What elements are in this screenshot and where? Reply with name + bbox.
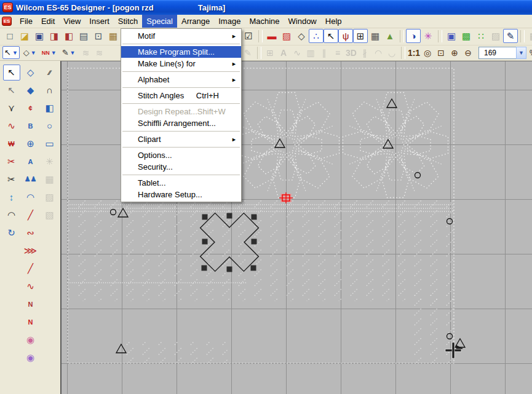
- rectangle-tool[interactable]: ▭: [41, 136, 58, 152]
- menubar-item-arrange[interactable]: Arrange: [177, 15, 214, 28]
- overview-table-button[interactable]: ▦: [368, 29, 383, 43]
- parallel-lines-tool[interactable]: ∕∕: [41, 65, 58, 81]
- selection-handle[interactable]: [227, 213, 232, 219]
- scissors-needle-tool[interactable]: ✂: [3, 171, 20, 187]
- circle-star-stitch-tool[interactable]: ◉: [22, 332, 39, 348]
- single-run-tool[interactable]: ╱: [22, 261, 39, 277]
- chain-stitch-tool[interactable]: ∾: [22, 225, 39, 241]
- flower-image-button[interactable]: ✳: [421, 29, 435, 43]
- underlay-stitch-tool[interactable]: ₩: [3, 136, 20, 152]
- auto-select-checkbox[interactable]: ☑: [241, 29, 256, 43]
- menubar-item-machine[interactable]: Machine: [245, 15, 284, 28]
- new-design-button[interactable]: □: [2, 29, 17, 43]
- menubar-item-view[interactable]: View: [59, 15, 85, 28]
- dashed-run-tool[interactable]: ╱: [22, 207, 39, 223]
- fan-shape-tool[interactable]: ◠: [3, 207, 20, 223]
- menu-item-stitch-angles[interactable]: Stitch AnglesCtrl+H: [121, 90, 241, 101]
- select-pointer-combo[interactable]: ↖▼: [2, 46, 20, 59]
- zigzag-line-tool[interactable]: ∿: [22, 278, 39, 294]
- object-properties-button[interactable]: ◑: [406, 29, 421, 43]
- selection-handle[interactable]: [202, 215, 208, 220]
- measure-needle-tool[interactable]: ↕: [3, 189, 20, 205]
- lettering-tool[interactable]: A: [22, 154, 39, 170]
- print-button[interactable]: ▤: [76, 29, 91, 43]
- open-design-button[interactable]: ◪: [17, 29, 32, 43]
- zoom-1to1-button[interactable]: 1:1: [407, 46, 421, 59]
- menubar-item-insert[interactable]: Insert: [85, 15, 114, 28]
- tatami-fill-button[interactable]: ▨: [279, 29, 294, 43]
- thread-colors-button[interactable]: ▩: [459, 29, 474, 43]
- arc-input-tool[interactable]: ∩: [41, 82, 58, 98]
- combo-dropdown-arrow-icon[interactable]: ▼: [51, 50, 57, 56]
- complex-fill-tool[interactable]: ¢: [22, 100, 39, 116]
- selection-handle[interactable]: [252, 215, 257, 220]
- selection-handle[interactable]: [227, 267, 232, 272]
- selection-handle[interactable]: [252, 239, 257, 245]
- menu-item-alphabet[interactable]: Alphabet►: [121, 74, 241, 85]
- needle-points-view-button[interactable]: ψ: [338, 29, 353, 43]
- pointer-view-button[interactable]: ↖: [324, 29, 338, 43]
- color-film-button[interactable]: ∷: [474, 29, 488, 43]
- menubar-item-special[interactable]: Special: [142, 15, 177, 28]
- background-picture-button[interactable]: ▲: [383, 29, 397, 43]
- menu-item-security[interactable]: Security...: [121, 161, 241, 173]
- zoom-combo-dropdown-arrow[interactable]: ▼: [516, 47, 526, 59]
- reshape-object-tool[interactable]: ◇: [22, 65, 39, 81]
- menu-item-clipart[interactable]: Clipart►: [121, 133, 241, 145]
- reshape-nodes-tool[interactable]: ◆: [22, 82, 39, 98]
- menu-item-options[interactable]: Options...: [121, 149, 241, 161]
- selection-handle[interactable]: [251, 266, 256, 271]
- import-machine-file-button[interactable]: ◧: [62, 29, 76, 43]
- menubar-item-file[interactable]: File: [15, 15, 37, 28]
- applique-figures-tool[interactable]: ♟♟: [22, 171, 39, 187]
- menu-item-make-program-split[interactable]: Make Program Split...: [121, 46, 241, 58]
- stitch-dots-view-button[interactable]: ∴: [309, 29, 324, 43]
- zoom-out-button[interactable]: ⊖: [461, 46, 475, 59]
- menubar-item-edit[interactable]: Edit: [37, 15, 59, 28]
- picture-view-button[interactable]: ▣: [444, 29, 459, 43]
- satin-stitch-button[interactable]: ▬: [264, 29, 279, 43]
- selection-handle[interactable]: [202, 266, 207, 271]
- cut-zigzag-tool[interactable]: ✂: [3, 154, 20, 170]
- satin-n-stitch-tool[interactable]: N: [22, 314, 39, 330]
- zigzag-stitch-tool[interactable]: ∿: [3, 118, 20, 134]
- menu-item-tablet[interactable]: Tablet...: [121, 177, 241, 189]
- menu-item-make-line-s-for[interactable]: Make Line(s) for►: [121, 58, 241, 69]
- globe-fill-tool[interactable]: ⊕: [22, 136, 39, 152]
- dome-reshape-tool[interactable]: ◠: [22, 189, 39, 205]
- stitch-angle-b-tool[interactable]: B: [22, 118, 39, 134]
- combo-dropdown-arrow-icon[interactable]: ▼: [12, 50, 18, 56]
- menu-item-hardware-setup[interactable]: Hardware Setup...: [121, 189, 241, 200]
- grid-toggle-button[interactable]: ⊞: [353, 29, 368, 43]
- ellipse-tool[interactable]: ○: [41, 118, 58, 134]
- radial-wheel-stitch-tool[interactable]: ◉: [22, 350, 39, 366]
- menubar-item-help[interactable]: Help: [321, 15, 346, 28]
- triple-run-tool[interactable]: ⋙: [22, 243, 39, 259]
- combo-dropdown-arrow-icon[interactable]: ▼: [70, 50, 76, 56]
- penetration-point-tool[interactable]: ⋎: [3, 100, 20, 116]
- zoom-box-button[interactable]: ⊡: [434, 46, 448, 59]
- select-object-tool[interactable]: ↖: [3, 65, 20, 81]
- menubar-item-image[interactable]: Image: [214, 15, 245, 28]
- stitch-type-combo[interactable]: NN▼: [40, 46, 58, 59]
- run-n-stitch-tool[interactable]: N: [22, 296, 39, 312]
- rotate-ellipse-tool[interactable]: ↻: [3, 225, 20, 241]
- print-preview-button[interactable]: ⊡: [91, 29, 106, 43]
- design-notes-button[interactable]: ✎: [503, 29, 518, 43]
- save-design-button[interactable]: ▣: [32, 29, 47, 43]
- select-stitches-tool[interactable]: ↖: [3, 82, 20, 98]
- send-to-machine-button[interactable]: ▦: [106, 29, 121, 43]
- zoom-in-button[interactable]: ⊕: [448, 46, 461, 59]
- outline-shape-button[interactable]: ◇: [294, 29, 309, 43]
- selection-handle[interactable]: [202, 239, 208, 245]
- menubar-item-stitch[interactable]: Stitch: [114, 15, 143, 28]
- zoom-fit-button[interactable]: ◎: [421, 46, 434, 59]
- reshape-combo[interactable]: ◇▼: [22, 46, 38, 59]
- menubar-item-window[interactable]: Window: [284, 15, 321, 28]
- input-pen-combo[interactable]: ✎▼: [60, 46, 77, 59]
- combo-dropdown-arrow-icon[interactable]: ▼: [31, 50, 36, 56]
- menu-item-motif[interactable]: Motif►: [121, 30, 241, 42]
- menu-item-schiffli-arrangement[interactable]: Schiffli Arrangement...: [121, 117, 241, 129]
- export-machine-file-button[interactable]: ◨: [47, 29, 62, 43]
- holes-shape-tool[interactable]: ◧: [41, 100, 58, 116]
